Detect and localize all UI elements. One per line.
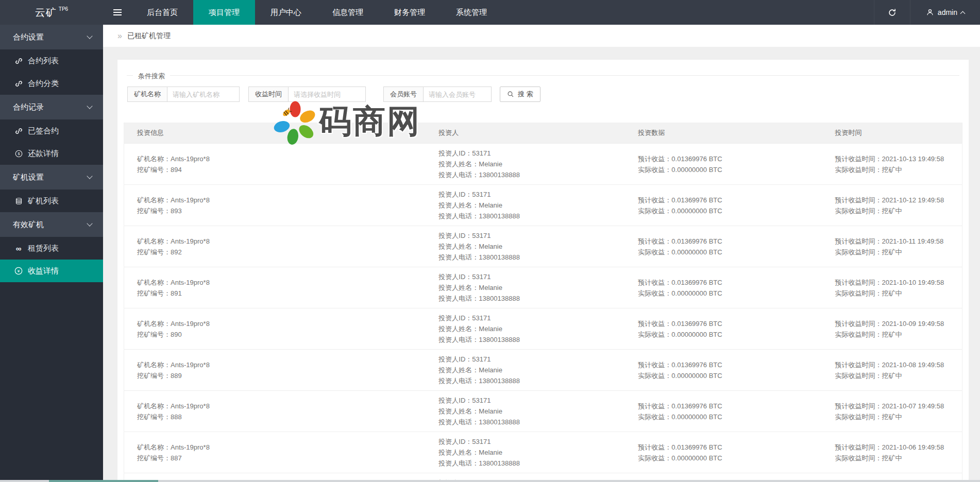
field-actual-profit: 实际收益：0.00000000 BTC: [638, 164, 822, 175]
sidebar-group-label: 合约设置: [13, 32, 44, 42]
sidebar-group-label: 合约记录: [13, 102, 44, 112]
field-mine-no: 挖矿编号：891: [137, 288, 426, 299]
cell-investment-data: 预计收益：0.01369976 BTC实际收益：0.00000000 BTC: [625, 185, 822, 226]
field-investor-name: 投资人姓名：Melanie: [438, 241, 625, 252]
field-investor-id: 投资人ID：53171: [438, 436, 625, 447]
field-expected-profit: 预计收益：0.01369976 BTC: [638, 401, 822, 411]
sidebar-item-收益详情[interactable]: ¥收益详情: [0, 260, 103, 282]
nav-item-2[interactable]: 项目管理: [193, 0, 255, 25]
field-expected-time: 预计收益时间：2021-10-11 19:49:58: [835, 236, 962, 247]
cell-investment-data: 预计收益：0.01369976 BTC实际收益：0.00000000 BTC: [625, 350, 822, 391]
search-field-label-2: 收益时间: [248, 87, 289, 102]
cell-investment-info: 矿机名称：Ants-19pro*8挖矿编号：891: [124, 267, 426, 308]
field-expected-profit: 预计收益：0.01369976 BTC: [638, 277, 822, 288]
field-expected-time: 预计收益时间：2021-10-08 19:49:58: [835, 359, 962, 370]
nav-item-4[interactable]: 信息管理: [317, 0, 379, 25]
app-logo-version: TP6: [59, 6, 68, 12]
field-investor-id: 投资人ID：53171: [438, 313, 625, 323]
field-investor-phone: 投资人电话：13800138888: [438, 252, 625, 263]
field-machine-name: 矿机名称：Ants-19pro*8: [137, 318, 426, 329]
field-actual-profit: 实际收益：0.00000000 BTC: [638, 453, 822, 463]
field-investor-name: 投资人姓名：Melanie: [438, 406, 625, 417]
table-row: 矿机名称：Ants-19pro*8挖矿编号：889投资人ID：53171投资人姓…: [124, 350, 962, 391]
field-actual-profit: 实际收益：0.00000000 BTC: [638, 205, 822, 216]
search-field-group-2: 收益时间: [248, 87, 366, 102]
field-actual-profit: 实际收益：0.00000000 BTC: [638, 411, 822, 422]
yen-circle-icon: ¥: [14, 267, 23, 275]
search-legend: 条件搜索: [133, 72, 170, 81]
sidebar-group-合约记录[interactable]: 合约记录: [0, 95, 103, 119]
field-mine-no: 挖矿编号：889: [137, 370, 426, 381]
sidebar-item-矿机列表[interactable]: 矿机列表: [0, 190, 103, 212]
sidebar-item-已签合约[interactable]: 已签合约: [0, 119, 103, 142]
chevron-down-icon: [87, 220, 92, 226]
search-input-2[interactable]: [289, 87, 366, 102]
field-investor-name: 投资人姓名：Melanie: [438, 200, 625, 211]
sidebar-item-label: 还款详情: [28, 149, 59, 159]
cell-investment-time: 预计收益时间：2021-10-11 19:49:58实际收益时间：挖矿中: [822, 226, 962, 267]
search-field-label-1: 矿机名称: [127, 87, 167, 102]
table-header-4: 投资时间: [822, 123, 962, 144]
search-button[interactable]: 搜 索: [500, 87, 540, 102]
sidebar-item-合约分类[interactable]: 合约分类: [0, 72, 103, 95]
cell-investor: 投资人ID：53171投资人姓名：Melanie投资人电话：1380013888…: [426, 432, 625, 473]
field-mine-no: 挖矿编号：890: [137, 329, 426, 340]
field-actual-time: 实际收益时间：挖矿中: [835, 453, 962, 463]
app-logo: 云矿 TP6: [0, 0, 103, 25]
sidebar-group-有效矿机[interactable]: 有效矿机: [0, 212, 103, 237]
table-body: 矿机名称：Ants-19pro*8挖矿编号：894投资人ID：53171投资人姓…: [124, 144, 962, 482]
field-mine-no: 挖矿编号：893: [137, 205, 426, 216]
app-logo-text: 云矿: [35, 6, 57, 20]
field-investor-id: 投资人ID：53171: [438, 148, 625, 159]
sidebar-item-label: 收益详情: [28, 266, 59, 276]
search-input-1[interactable]: [167, 87, 240, 102]
scrollbar-thumb[interactable]: [49, 480, 158, 482]
table-row: 矿机名称：Ants-19pro*8挖矿编号：890投资人ID：53171投资人姓…: [124, 308, 962, 350]
field-investor-name: 投资人姓名：Melanie: [438, 159, 625, 169]
svg-text:¥: ¥: [17, 269, 20, 273]
cell-investor: 投资人ID：53171投资人姓名：Melanie投资人电话：1380013888…: [426, 144, 625, 185]
search-field-group-3: 会员账号: [383, 87, 492, 102]
table-row: 矿机名称：Ants-19pro*8挖矿编号：888投资人ID：53171投资人姓…: [124, 391, 962, 432]
cell-investment-time: 预计收益时间：2021-10-10 19:49:58实际收益时间：挖矿中: [822, 267, 962, 308]
field-actual-time: 实际收益时间：挖矿中: [835, 205, 962, 216]
nav-item-3[interactable]: 用户中心: [255, 0, 317, 25]
sidebar-group-合约设置[interactable]: 合约设置: [0, 25, 103, 49]
chevron-down-icon: [87, 173, 92, 179]
refresh-button[interactable]: [874, 0, 910, 25]
chevron-down-icon: [87, 103, 92, 109]
field-actual-time: 实际收益时间：挖矿中: [835, 164, 962, 175]
search-field-group-1: 矿机名称: [127, 87, 240, 102]
cell-investment-info: 矿机名称：Ants-19pro*8挖矿编号：892: [124, 226, 426, 267]
field-investor-id: 投资人ID：53171: [438, 395, 625, 406]
sidebar-item-租赁列表[interactable]: ∞租赁列表: [0, 237, 103, 260]
table-row: 矿机名称：Ants-19pro*8挖矿编号：891投资人ID：53171投资人姓…: [124, 267, 962, 308]
layers-icon: [14, 197, 23, 205]
sidebar-item-label: 合约列表: [28, 56, 59, 66]
infinity-icon: ∞: [14, 245, 23, 252]
field-investor-phone: 投资人电话：13800138888: [438, 334, 625, 345]
field-investor-name: 投资人姓名：Melanie: [438, 323, 625, 334]
menu-toggle-icon[interactable]: [103, 0, 131, 25]
cell-investment-data: 预计收益：0.01369976 BTC实际收益：0.00000000 BTC: [625, 267, 822, 308]
nav-item-1[interactable]: 后台首页: [131, 0, 193, 25]
sidebar-group-矿机设置[interactable]: 矿机设置: [0, 165, 103, 190]
field-investor-phone: 投资人电话：13800138888: [438, 293, 625, 304]
user-menu[interactable]: admin: [910, 0, 980, 25]
field-machine-name: 矿机名称：Ants-19pro*8: [137, 277, 426, 288]
cell-investment-data: 预计收益：0.01369976 BTC实际收益：0.00000000 BTC: [625, 391, 822, 432]
field-investor-id: 投资人ID：53171: [438, 189, 625, 200]
field-machine-name: 矿机名称：Ants-19pro*8: [137, 359, 426, 370]
search-input-3[interactable]: [424, 87, 492, 102]
sidebar-item-合约列表[interactable]: 合约列表: [0, 49, 103, 72]
cell-investor: 投资人ID：53171投资人姓名：Melanie投资人电话：1380013888…: [426, 185, 625, 226]
nav-item-5[interactable]: 财务管理: [379, 0, 441, 25]
horizontal-scrollbar[interactable]: [0, 480, 980, 482]
field-machine-name: 矿机名称：Ants-19pro*8: [137, 236, 426, 247]
sidebar-item-还款详情[interactable]: $还款详情: [0, 142, 103, 165]
field-investor-name: 投资人姓名：Melanie: [438, 447, 625, 458]
nav-item-6[interactable]: 系统管理: [441, 0, 502, 25]
field-expected-profit: 预计收益：0.01369976 BTC: [638, 153, 822, 164]
chevron-down-icon: [87, 33, 92, 39]
page-title: 已租矿机管理: [127, 31, 171, 41]
